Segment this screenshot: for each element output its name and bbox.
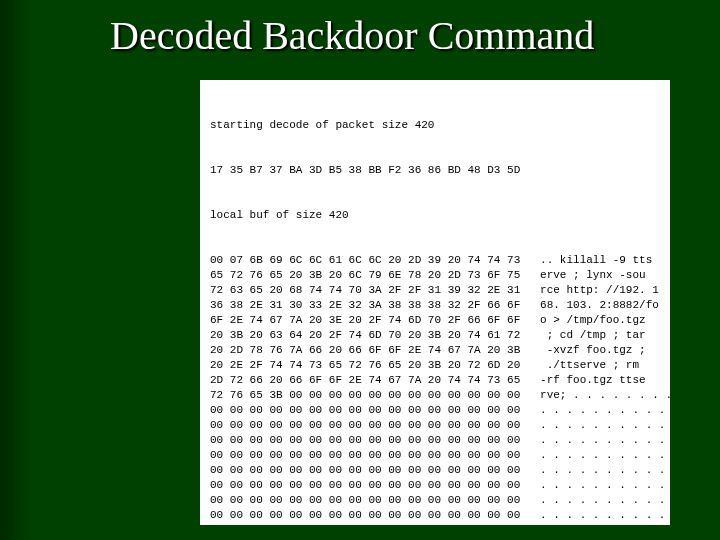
hex-row: 6F 2E 74 67 7A 20 3E 20 2F 74 6D 70 2F 6…: [210, 313, 660, 328]
hex-header-line: starting decode of packet size 420: [210, 118, 660, 133]
hex-row: 2D 72 66 20 66 6F 6F 2E 74 67 7A 20 74 7…: [210, 373, 660, 388]
hex-row: 72 63 65 20 68 74 74 70 3A 2F 2F 31 39 3…: [210, 283, 660, 298]
hex-row: 72 76 65 3B 00 00 00 00 00 00 00 00 00 0…: [210, 388, 660, 403]
hex-header-line: local buf of size 420: [210, 208, 660, 223]
hex-row: 20 2E 2F 74 74 73 65 72 76 65 20 3B 20 7…: [210, 358, 660, 373]
hex-row: 65 72 76 65 20 3B 20 6C 79 6E 78 20 2D 7…: [210, 268, 660, 283]
hex-row: 00 00 00 00 00 00 00 00 00 00 00 00 00 0…: [210, 493, 660, 508]
hex-row: 00 00 00 00 00 00 00 00 00 00 00 00 00 0…: [210, 463, 660, 478]
hex-row: 00 00 00 00 00 00 00 00 00 00 00 00 00 0…: [210, 433, 660, 448]
hex-dump-box: starting decode of packet size 420 17 35…: [200, 80, 670, 525]
slide-title: Decoded Backdoor Command: [110, 12, 594, 59]
hex-row: 20 2D 78 76 7A 66 20 66 6F 6F 2E 74 67 7…: [210, 343, 660, 358]
hex-row: 00 00 00 00 00 00 00 00 00 00 00 00 00 0…: [210, 523, 660, 525]
hex-row: 36 38 2E 31 30 33 2E 32 3A 38 38 38 32 2…: [210, 298, 660, 313]
hex-row: 00 00 00 00 00 00 00 00 00 00 00 00 00 0…: [210, 478, 660, 493]
hex-row: 00 00 00 00 00 00 00 00 00 00 00 00 00 0…: [210, 448, 660, 463]
hex-row: 20 3B 20 63 64 20 2F 74 6D 70 20 3B 20 7…: [210, 328, 660, 343]
hex-row: 00 00 00 00 00 00 00 00 00 00 00 00 00 0…: [210, 418, 660, 433]
hex-row: 00 07 6B 69 6C 6C 61 6C 6C 20 2D 39 20 7…: [210, 253, 660, 268]
hex-header-line: 17 35 B7 37 BA 3D B5 38 BB F2 36 86 BD 4…: [210, 163, 660, 178]
accent-bar: [0, 0, 30, 540]
hex-row: 00 00 00 00 00 00 00 00 00 00 00 00 00 0…: [210, 403, 660, 418]
hex-row: 00 00 00 00 00 00 00 00 00 00 00 00 00 0…: [210, 508, 660, 523]
